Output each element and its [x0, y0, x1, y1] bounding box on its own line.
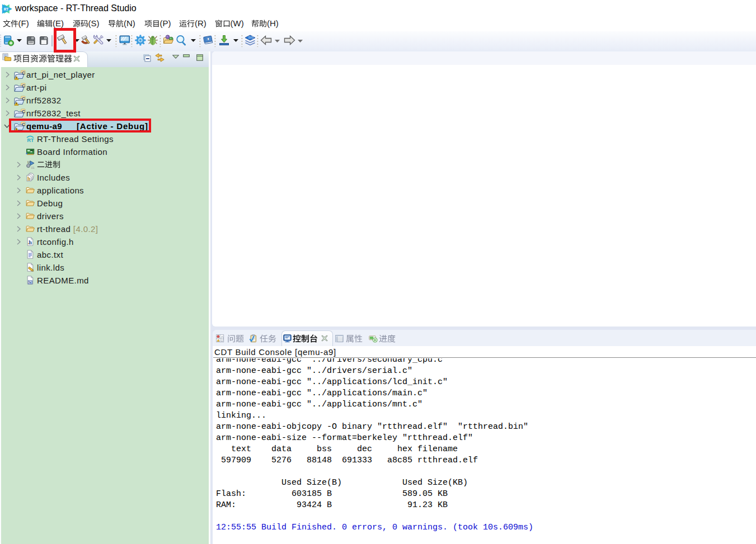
svg-text:RT: RT [4, 7, 9, 11]
svg-text:SVD: SVD [248, 36, 253, 39]
svg-text:h: h [27, 176, 31, 182]
svg-text:RT: RT [27, 138, 34, 143]
svg-text:w: w [29, 280, 32, 285]
svg-text:01: 01 [31, 166, 34, 169]
svg-text:h: h [29, 239, 32, 245]
